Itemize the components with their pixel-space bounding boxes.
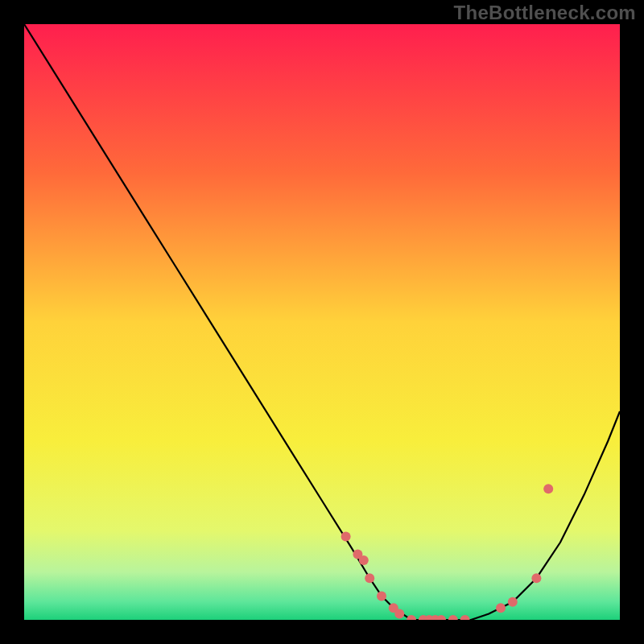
highlight-dot — [531, 573, 541, 583]
gradient-background — [24, 24, 620, 620]
highlight-dot — [496, 603, 506, 613]
highlight-dot — [359, 555, 369, 565]
highlight-dot — [377, 591, 386, 601]
highlight-dot — [394, 609, 404, 619]
highlight-dot — [543, 484, 553, 493]
highlight-dot — [341, 531, 351, 541]
highlight-dot — [365, 573, 374, 583]
plot-area — [24, 24, 620, 620]
highlight-dot — [508, 597, 518, 607]
chart-svg — [24, 24, 620, 620]
watermark-text: TheBottleneck.com — [454, 2, 636, 24]
chart-stage: TheBottleneck.com — [0, 0, 644, 644]
